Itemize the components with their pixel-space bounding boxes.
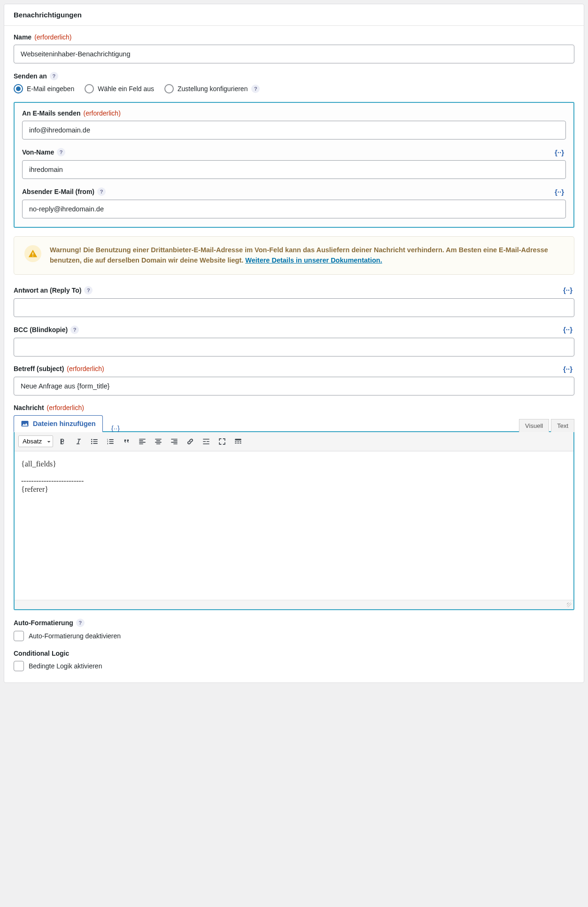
help-icon[interactable]: ? [251, 85, 260, 93]
add-files-button[interactable]: Dateien hinzufügen [14, 415, 103, 432]
fullscreen-button[interactable] [216, 435, 229, 448]
link-button[interactable] [184, 435, 197, 448]
radio-icon [85, 84, 94, 93]
insert-read-more-button[interactable] [200, 435, 213, 448]
label-text: Betreff (subject) [14, 365, 64, 372]
notifications-panel: Benachrichtigungen Name (erforderlich) S… [4, 4, 584, 683]
reply-to-input[interactable] [14, 298, 574, 317]
radio-configure-routing[interactable]: Zustellung konfigurieren ? [164, 84, 260, 93]
tab-visual[interactable]: Visuell [519, 419, 549, 432]
bcc-input[interactable] [14, 338, 574, 357]
help-icon[interactable]: ? [76, 619, 85, 627]
format-select[interactable]: Absatz [18, 435, 53, 447]
svg-rect-3 [235, 439, 241, 440]
panel-title: Benachrichtigungen [4, 4, 584, 26]
align-left-button[interactable] [136, 435, 149, 448]
help-icon[interactable]: ? [57, 148, 65, 156]
label-text: An E-Mails senden [22, 109, 80, 117]
radio-label: Zustellung konfigurieren [178, 85, 248, 93]
radio-select-field[interactable]: Wähle ein Feld aus [85, 84, 154, 93]
send-to-label: Senden an ? [14, 72, 574, 80]
from-name-label: Von-Name ? {··} [22, 148, 566, 156]
help-icon[interactable]: ? [84, 286, 93, 295]
tab-text[interactable]: Text [551, 419, 574, 432]
media-icon [21, 419, 29, 428]
label-text: Nachricht [14, 404, 44, 411]
bcc-label: BCC (Blindkopie) ? {··} [14, 326, 574, 334]
conditional-label: Conditional Logic [14, 650, 574, 657]
align-center-button[interactable] [152, 435, 165, 448]
name-label-text: Name [14, 33, 31, 41]
editor-resize-handle[interactable] [15, 600, 573, 609]
help-icon[interactable]: ? [50, 72, 58, 80]
to-emails-label: An E-Mails senden (erforderlich) [22, 109, 566, 117]
merge-tag-button[interactable]: {··} [561, 286, 574, 294]
auto-format-checkbox[interactable] [14, 631, 24, 641]
radio-icon [164, 84, 174, 93]
label-text: BCC (Blindkopie) [14, 326, 68, 333]
numbered-list-button[interactable] [104, 435, 117, 448]
label-text: Antwort an (Reply To) [14, 287, 81, 294]
warning-notice: Warnung! Die Benutzung einer Drittanbiet… [14, 236, 574, 275]
merge-tag-button[interactable]: {··} [553, 148, 566, 156]
radio-label: E-Mail eingeben [27, 85, 74, 93]
svg-point-2 [91, 442, 93, 444]
bold-button[interactable] [56, 435, 69, 448]
from-name-input[interactable] [22, 160, 566, 179]
required-marker: (erforderlich) [34, 33, 71, 41]
editor-toolbar: Absatz [15, 432, 573, 451]
bullet-list-button[interactable] [88, 435, 101, 448]
help-icon[interactable]: ? [97, 187, 106, 196]
warning-icon [24, 245, 41, 262]
from-email-label: Absender E-Mail (from) ? {··} [22, 187, 566, 196]
svg-point-1 [91, 441, 93, 442]
add-files-label: Dateien hinzufügen [33, 420, 96, 427]
italic-button[interactable] [72, 435, 85, 448]
merge-tag-button[interactable]: {··} [561, 326, 574, 333]
help-icon[interactable]: ? [70, 326, 79, 334]
name-input[interactable] [14, 45, 574, 63]
reply-to-label: Antwort an (Reply To) ? {··} [14, 286, 574, 295]
toolbar-toggle-button[interactable] [232, 435, 245, 448]
name-label: Name (erforderlich) [14, 33, 574, 41]
merge-tag-button[interactable]: {··} [553, 188, 566, 196]
auto-format-label: Auto-Formatierung ? [14, 619, 574, 627]
send-to-text: Senden an [14, 72, 47, 80]
radio-enter-email[interactable]: E-Mail eingeben [14, 84, 74, 93]
label-text: Absender E-Mail (from) [22, 188, 94, 195]
merge-tag-button[interactable]: {··} [109, 424, 122, 432]
email-fields-group: An E-Mails senden (erforderlich) Von-Nam… [14, 102, 574, 228]
radio-label: Wähle ein Feld aus [98, 85, 154, 93]
blockquote-button[interactable] [120, 435, 133, 448]
align-right-button[interactable] [168, 435, 181, 448]
merge-tag-button[interactable]: {··} [561, 365, 574, 373]
radio-icon [14, 84, 23, 93]
label-text: Auto-Formatierung [14, 619, 73, 627]
to-emails-input[interactable] [22, 121, 566, 140]
message-label: Nachricht (erforderlich) [14, 404, 574, 411]
required-marker: (erforderlich) [67, 365, 104, 372]
subject-label: Betreff (subject) (erforderlich) {··} [14, 365, 574, 373]
label-text: Von-Name [22, 148, 54, 156]
subject-input[interactable] [14, 377, 574, 395]
required-marker: (erforderlich) [83, 109, 120, 117]
label-text: Conditional Logic [14, 650, 69, 657]
checkbox-label: Auto-Formatierung deaktivieren [29, 632, 121, 640]
from-email-input[interactable] [22, 200, 566, 218]
checkbox-label: Bedingte Logik aktivieren [29, 662, 102, 670]
notice-link[interactable]: Weitere Details in unserer Dokumentation… [245, 256, 382, 264]
conditional-checkbox[interactable] [14, 661, 24, 671]
message-textarea[interactable]: {all_fields} ------------------------- {… [15, 451, 573, 600]
svg-point-0 [91, 439, 93, 440]
rich-text-editor: Absatz {all_fields} ------------------- [14, 431, 574, 610]
required-marker: (erforderlich) [47, 404, 84, 411]
